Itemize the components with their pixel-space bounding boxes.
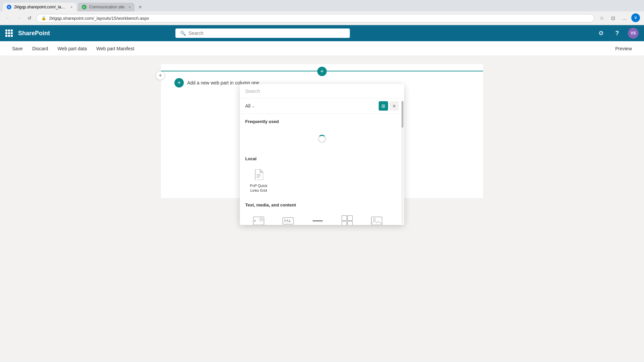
divider-icon: [311, 214, 324, 225]
scrollbar-thumb[interactable]: [401, 101, 404, 128]
waffle-menu[interactable]: [5, 29, 13, 37]
view-toggle: ⊞ ≡: [379, 101, 399, 111]
spinner-circle: [318, 135, 326, 143]
tab-active-label: 2klgqp.sharepoint.com/_layout...: [14, 5, 66, 9]
browser-user-avatar[interactable]: V: [631, 13, 640, 22]
waffle-dot: [8, 32, 10, 34]
page-canvas: + + + Add a new web part in column one: [161, 64, 483, 198]
waffle-dot: [5, 35, 7, 37]
webpart-item-image[interactable]: [363, 212, 390, 225]
settings-button[interactable]: ⚙: [596, 28, 606, 39]
column-add-button[interactable]: +: [317, 67, 327, 76]
webpart-item-divider[interactable]: [304, 212, 331, 225]
waffle-dot: [11, 29, 13, 32]
text-media-label: Text, media, and content: [245, 202, 399, 207]
lock-icon: 🔒: [41, 16, 46, 20]
tab-bar: S 2klgqp.sharepoint.com/_layout... × C C…: [0, 0, 644, 11]
image-icon: [370, 214, 383, 225]
forward-button[interactable]: →: [15, 14, 23, 22]
picker-filter-row: All ⌄ ⊞ ≡: [240, 99, 404, 114]
extensions-button[interactable]: ⊡: [608, 13, 618, 23]
waffle-dot: [11, 32, 13, 34]
sp-toolbar: Save Discard Web part data Web part Mani…: [0, 41, 644, 56]
discard-button[interactable]: Discard: [28, 44, 52, 53]
search-icon: 🔍: [180, 31, 186, 36]
back-button[interactable]: ←: [4, 14, 12, 22]
url-input[interactable]: [49, 16, 589, 21]
pnp-quick-links-icon: [252, 168, 265, 181]
filter-chevron-icon: ⌄: [252, 104, 255, 108]
webpart-item-pnp[interactable]: PnP Quick Links Grid: [245, 165, 272, 196]
local-section: Local: [245, 156, 399, 196]
svg-rect-11: [371, 217, 382, 225]
list-view-button[interactable]: ≡: [389, 101, 399, 111]
waffle-dot: [8, 29, 10, 32]
svg-rect-7: [342, 216, 347, 221]
frequently-used-label: Frequently used: [245, 119, 399, 124]
bookmark-button[interactable]: ☆: [597, 13, 606, 23]
waffle-dot: [11, 35, 13, 37]
address-bar[interactable]: 🔒: [36, 14, 594, 22]
picker-scrollbar[interactable]: [401, 101, 404, 224]
new-tab-button[interactable]: +: [136, 3, 144, 11]
nav-bar: ← → ↺ 🔒 ☆ ⊡ … V: [0, 11, 644, 25]
pnp-quick-links-label: PnP Quick Links Grid: [247, 183, 271, 193]
column-divider: +: [161, 71, 483, 71]
header-right: ⚙ ? VS: [596, 28, 639, 39]
waffle-dot: [8, 35, 10, 37]
svg-point-12: [373, 218, 375, 220]
local-webpart-grid: PnP Quick Links Grid: [245, 165, 399, 196]
user-avatar[interactable]: VS: [628, 28, 639, 39]
sharepoint-search-input[interactable]: [189, 31, 345, 36]
tab-inactive-label: Communication site: [89, 5, 124, 9]
embed-icon: [252, 214, 265, 225]
scrollbar-track: [401, 101, 404, 224]
frequently-used-section: Frequently used: [245, 119, 399, 149]
grid-view-button[interactable]: ⊞: [379, 101, 388, 111]
quick-chart-icon: [340, 214, 354, 225]
tab-close-icon[interactable]: ×: [70, 5, 72, 9]
svg-rect-9: [342, 221, 347, 225]
picker-search-area[interactable]: [240, 84, 404, 99]
text-media-section: Text, media, and content: [245, 202, 399, 225]
help-button[interactable]: ?: [612, 28, 623, 39]
picker-search-input[interactable]: [245, 88, 399, 94]
loading-spinner: [245, 128, 399, 149]
tab-inactive[interactable]: C Communication site ×: [78, 3, 135, 11]
save-button[interactable]: Save: [8, 44, 27, 53]
webpart-picker: All ⌄ ⊞ ≡ Frequently used: [240, 84, 404, 225]
sharepoint-search[interactable]: 🔍: [175, 28, 350, 38]
preview-button[interactable]: Preview: [611, 44, 636, 53]
main-canvas: + + + Add a new web part in column one: [0, 56, 644, 362]
waffle-dot: [5, 32, 7, 34]
waffle-dot: [5, 29, 7, 32]
svg-rect-10: [347, 221, 353, 225]
filter-all-label: All: [245, 103, 251, 109]
nav-right-buttons: ☆ ⊡ … V: [597, 13, 640, 23]
sharepoint-logo[interactable]: SharePoint: [18, 30, 50, 37]
tab-inactive-close-icon[interactable]: ×: [128, 5, 130, 9]
webpart-item-embed[interactable]: [245, 212, 272, 225]
text-media-grid: [245, 212, 399, 225]
webpart-manifest-button[interactable]: Web part Manifest: [92, 44, 138, 53]
add-webpart-button[interactable]: +: [174, 78, 184, 87]
svg-rect-8: [347, 216, 353, 221]
webpart-item-markdown[interactable]: [275, 212, 302, 225]
picker-body: Frequently used Local: [240, 114, 404, 225]
sharepoint-header: SharePoint 🔍 ⚙ ? VS: [0, 25, 644, 41]
add-section-button[interactable]: +: [156, 71, 165, 80]
webpart-item-quick-chart[interactable]: [334, 212, 361, 225]
svg-point-4: [260, 218, 263, 221]
tab-active[interactable]: S 2klgqp.sharepoint.com/_layout... ×: [3, 3, 76, 11]
markdown-icon: [281, 214, 295, 225]
webpart-data-button[interactable]: Web part data: [53, 44, 91, 53]
reload-button[interactable]: ↺: [25, 14, 34, 22]
browser-chrome: S 2klgqp.sharepoint.com/_layout... × C C…: [0, 0, 644, 25]
filter-all-button[interactable]: All ⌄: [245, 103, 255, 109]
svg-rect-5: [283, 218, 293, 224]
menu-button[interactable]: …: [620, 13, 629, 23]
local-section-label: Local: [245, 156, 399, 161]
